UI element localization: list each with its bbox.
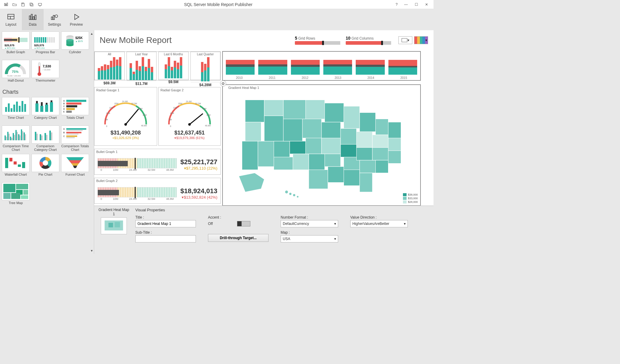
svg-rect-88 bbox=[35, 132, 36, 140]
gallery-bullet-graph[interactable]: $25,575▲ $575 (2%) Bullet Graph bbox=[2, 31, 30, 58]
gallery-comp-time-chart[interactable]: Comparison Time Chart bbox=[2, 125, 30, 152]
open-icon[interactable] bbox=[10, 1, 19, 8]
selector-tab[interactable]: All$69.3M bbox=[94, 52, 125, 80]
svg-rect-65 bbox=[66, 108, 75, 110]
svg-rect-95 bbox=[51, 132, 52, 140]
gallery-pie-chart[interactable]: Pie Chart bbox=[31, 154, 59, 180]
app-title: SQL Server Mobile Report Publisher bbox=[44, 2, 392, 7]
map-legend: $38,000 $33,000 $28,000 bbox=[403, 193, 418, 203]
selected-element-preview bbox=[101, 217, 127, 234]
grid-rows-control[interactable]: 5 Grid Rows bbox=[295, 36, 340, 45]
grid-cols-control[interactable]: 10 Grid Columns bbox=[346, 36, 391, 45]
svg-text:▲ $575 (2%): ▲ $575 (2%) bbox=[34, 47, 45, 49]
svg-marker-114 bbox=[71, 163, 79, 166]
svg-rect-25 bbox=[45, 37, 46, 43]
gallery-totals-chart[interactable]: ABCDETotals Chart bbox=[61, 97, 89, 124]
save-icon[interactable] bbox=[19, 1, 27, 8]
mode-layout[interactable]: Layout bbox=[0, 9, 22, 30]
prop-subtitle-input[interactable] bbox=[135, 235, 196, 242]
svg-text:24.4M: 24.4M bbox=[122, 100, 128, 102]
gallery-tree-map[interactable]: Tree Map bbox=[2, 182, 30, 209]
mode-data[interactable]: Data bbox=[22, 9, 44, 30]
svg-rect-50 bbox=[16, 102, 18, 112]
palette-select[interactable]: ▾ bbox=[414, 36, 428, 44]
tile-gauge-1[interactable]: Radial Gauge 1 05M10M15M20M24.4M32.5M40M… bbox=[94, 87, 157, 146]
scroll-down-icon[interactable]: ▾ bbox=[91, 249, 93, 253]
svg-rect-148 bbox=[245, 100, 264, 122]
prop-map[interactable]: USA▾ bbox=[281, 235, 338, 242]
tile-gauge-2[interactable]: Radial Gauge 2 05M10M15M20M24.4M32.5M40M… bbox=[158, 87, 221, 146]
svg-rect-79 bbox=[24, 132, 25, 140]
svg-text:40M: 40M bbox=[139, 108, 143, 110]
svg-rect-76 bbox=[15, 130, 17, 140]
connect-icon[interactable] bbox=[36, 1, 44, 8]
scroll-up-icon[interactable]: ▴ bbox=[91, 31, 93, 36]
prop-title-input[interactable] bbox=[135, 220, 196, 227]
design-canvas[interactable]: All$69.3MLast Year$11.7MLast 6 Months$9.… bbox=[94, 50, 434, 206]
gallery-category-chart[interactable]: Category Chart bbox=[31, 97, 59, 124]
gallery-half-donut[interactable]: 75%75,000 / 100,000 Half-Donut bbox=[2, 60, 30, 86]
help-icon[interactable]: ? bbox=[392, 1, 401, 8]
tile-year-bars[interactable]: 201020112012201320142015 bbox=[223, 51, 420, 80]
selector-tab[interactable]: Last Year$11.7M bbox=[127, 52, 157, 80]
svg-rect-7 bbox=[31, 14, 32, 20]
tile-bullet-1[interactable]: Bullet Graph 1 010M24.4M32.5M48.8M bbox=[94, 149, 221, 175]
minimize-icon[interactable]: — bbox=[401, 1, 411, 8]
prop-accent-toggle[interactable] bbox=[237, 221, 250, 226]
props-header: Visual Properties bbox=[135, 208, 408, 212]
svg-point-12 bbox=[55, 15, 58, 18]
gallery-comp-category-chart[interactable]: Comparison Category Chart bbox=[31, 125, 59, 152]
svg-rect-116 bbox=[3, 184, 15, 192]
svg-text:32.5M: 32.5M bbox=[195, 102, 201, 105]
svg-point-43 bbox=[38, 72, 41, 76]
svg-rect-181 bbox=[372, 135, 388, 148]
svg-text:A: A bbox=[63, 100, 65, 102]
saveas-icon[interactable] bbox=[27, 1, 36, 8]
maximize-icon[interactable]: ☐ bbox=[411, 1, 421, 8]
gear-icon[interactable]: ⚙ bbox=[220, 80, 226, 86]
svg-point-190 bbox=[297, 196, 298, 198]
svg-rect-93 bbox=[46, 135, 48, 140]
svg-point-188 bbox=[289, 193, 292, 195]
svg-rect-2 bbox=[7, 3, 8, 5]
svg-rect-156 bbox=[283, 100, 306, 119]
svg-rect-85 bbox=[19, 135, 21, 140]
svg-rect-166 bbox=[322, 122, 341, 138]
gallery-section-charts: Charts bbox=[2, 89, 92, 95]
gallery-waterfall-chart[interactable]: Waterfall Chart bbox=[2, 154, 30, 180]
new-report-icon[interactable] bbox=[2, 1, 10, 8]
report-title[interactable]: New Mobile Report bbox=[100, 35, 295, 45]
svg-rect-157 bbox=[283, 119, 302, 141]
tile-bullet-2[interactable]: Bullet Graph 2 010M24.4M32.5M48.8M bbox=[94, 178, 221, 204]
svg-rect-151 bbox=[258, 141, 274, 167]
svg-rect-48 bbox=[11, 108, 12, 112]
gallery-thermometer[interactable]: 7,530/ 10,000 Thermometer bbox=[31, 60, 59, 86]
svg-text:0: 0 bbox=[170, 125, 171, 127]
gallery-funnel-chart[interactable]: Funnel Chart bbox=[61, 154, 89, 180]
tile-heat-map[interactable]: Gradient Heat Map 1 bbox=[223, 85, 420, 206]
svg-rect-73 bbox=[7, 132, 8, 140]
gallery-comp-totals-chart[interactable]: ABCComparison Totals Chart bbox=[61, 125, 89, 152]
tile-selector-tabs[interactable]: All$69.3MLast Year$11.7MLast 6 Months$9.… bbox=[94, 51, 221, 80]
svg-rect-90 bbox=[40, 134, 41, 140]
gallery-time-chart[interactable]: Time Chart bbox=[2, 97, 30, 124]
svg-rect-120 bbox=[3, 193, 11, 199]
svg-rect-58 bbox=[45, 105, 48, 112]
svg-text:45M: 45M bbox=[143, 114, 147, 116]
gallery-progress-bar[interactable]: $25,575▲ $575 (2%) Progress Bar bbox=[31, 31, 59, 58]
prop-number-format[interactable]: DefaultCurrency▾ bbox=[281, 220, 338, 227]
gallery-cylinder[interactable]: $25K▲ $575 Cylinder bbox=[61, 31, 89, 58]
svg-text:$25,575: $25,575 bbox=[34, 44, 44, 47]
mode-settings[interactable]: Settings bbox=[44, 9, 65, 30]
element-gallery[interactable]: ▴ $25,575▲ $575 (2%) Bullet Graph $25,57… bbox=[0, 30, 94, 254]
selector-tab[interactable]: Last 6 Months$9.5M bbox=[158, 52, 189, 80]
prop-value-direction[interactable]: HigherValuesAreBetter▾ bbox=[350, 220, 408, 227]
drill-through-button[interactable]: Drill-through Target... bbox=[208, 234, 269, 242]
selector-tab[interactable]: Last Quarter$4.28M bbox=[190, 52, 221, 80]
svg-rect-60 bbox=[50, 102, 53, 112]
svg-text:▲ $575 (2%): ▲ $575 (2%) bbox=[5, 47, 15, 49]
svg-rect-171 bbox=[341, 128, 357, 145]
mode-preview[interactable]: Preview bbox=[65, 9, 87, 30]
orientation-select[interactable]: ▾ bbox=[398, 36, 412, 44]
close-icon[interactable]: ✕ bbox=[421, 1, 432, 8]
